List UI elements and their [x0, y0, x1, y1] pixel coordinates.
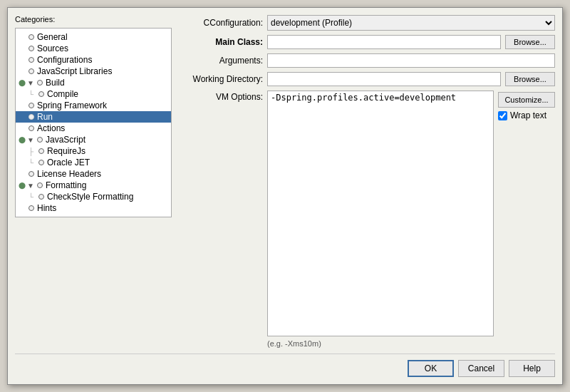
- ok-button[interactable]: OK: [408, 360, 454, 377]
- browse-button-1[interactable]: Browse...: [505, 35, 555, 49]
- project-properties-dialog: Categories: General Sources: [7, 7, 563, 385]
- vm-options-label: VM Options:: [216, 92, 263, 102]
- categories-label: Categories:: [15, 15, 172, 24]
- dot-hints: [28, 205, 34, 211]
- dot-compile: [38, 91, 44, 97]
- dot-oracle-jet: [38, 160, 44, 165]
- arguments-label: Arguments:: [177, 56, 263, 66]
- working-dir-label: Working Directory:: [177, 74, 263, 84]
- main-class-input[interactable]: [267, 35, 501, 49]
- dot-requirejs: [38, 148, 44, 154]
- dot-formatting: [37, 182, 43, 188]
- config-label: CConfiguration:: [177, 18, 263, 28]
- vm-controls: Customize... Wrap text: [498, 91, 555, 348]
- main-class-label: Main Class:: [177, 37, 263, 47]
- sidebar-item-license[interactable]: License Headers: [16, 168, 171, 180]
- vm-options-hint: (e.g. -Xms10m): [267, 339, 494, 348]
- customize-button[interactable]: Customize...: [498, 92, 555, 108]
- dot-general: [28, 34, 34, 40]
- sidebar-item-formatting[interactable]: ⬤ ▼ Formatting: [16, 180, 171, 191]
- pin-icon-javascript: ⬤: [19, 136, 26, 143]
- sidebar-item-compile[interactable]: └ Compile: [16, 88, 171, 100]
- sidebar-item-spring[interactable]: Spring Framework: [16, 100, 171, 111]
- sidebar-item-hints[interactable]: Hints: [16, 202, 171, 214]
- pin-icon-build: ⬤: [19, 79, 26, 86]
- sidebar-item-configurations[interactable]: Configurations: [16, 54, 171, 66]
- sidebar-item-sources[interactable]: Sources: [16, 43, 171, 54]
- sidebar-item-checkstyle[interactable]: └ CheckStyle Formatting: [16, 191, 171, 202]
- browse-button-2[interactable]: Browse...: [505, 72, 555, 86]
- dialog-footer: OK Cancel Help: [15, 354, 555, 377]
- dot-run: [28, 114, 34, 120]
- dot-spring: [28, 103, 34, 108]
- wrap-text-label: Wrap text: [510, 110, 546, 120]
- help-button[interactable]: Help: [509, 360, 555, 377]
- cancel-button[interactable]: Cancel: [458, 360, 504, 377]
- dot-build: [37, 80, 43, 86]
- main-class-row: Main Class: Browse...: [177, 35, 555, 49]
- dot-actions: [28, 125, 34, 131]
- vm-options-section: VM Options: (e.g. -Xms10m) Customize... …: [177, 91, 555, 348]
- sidebar-item-run[interactable]: Run: [16, 111, 171, 123]
- sidebar-item-oracle-jet[interactable]: └ Oracle JET: [16, 157, 171, 168]
- sidebar-item-general[interactable]: General: [16, 31, 171, 43]
- sidebar-item-actions[interactable]: Actions: [16, 123, 171, 134]
- sidebar-item-build[interactable]: ⬤ ▼ Build: [16, 77, 171, 88]
- categories-tree: General Sources Configurations: [15, 28, 172, 217]
- dot-javascript: [37, 137, 43, 143]
- wrap-text-row: Wrap text: [498, 110, 555, 120]
- working-directory-input[interactable]: [267, 72, 501, 86]
- arguments-input[interactable]: [267, 53, 555, 68]
- sidebar-item-requirejs[interactable]: ├ RequireJs: [16, 145, 171, 157]
- vm-options-textarea[interactable]: [267, 91, 494, 336]
- configuration-select[interactable]: development (Profile)defaultproduction: [267, 15, 555, 31]
- dot-js-libraries: [28, 68, 34, 74]
- working-directory-row: Working Directory: Browse...: [177, 72, 555, 86]
- wrap-text-checkbox[interactable]: [498, 111, 507, 120]
- sidebar-item-javascript[interactable]: ⬤ ▼ JavaScript: [16, 134, 171, 145]
- sidebar-item-javascript-libraries[interactable]: JavaScript Libraries: [16, 66, 171, 77]
- dot-checkstyle: [38, 194, 44, 200]
- pin-icon-formatting: ⬤: [19, 182, 26, 189]
- arguments-row: Arguments:: [177, 53, 555, 68]
- dot-configurations: [28, 57, 34, 63]
- right-panel: CConfiguration: development (Profile)def…: [177, 15, 555, 348]
- dot-sources: [28, 46, 34, 51]
- configuration-row: CConfiguration: development (Profile)def…: [177, 15, 555, 31]
- dot-license: [28, 171, 34, 177]
